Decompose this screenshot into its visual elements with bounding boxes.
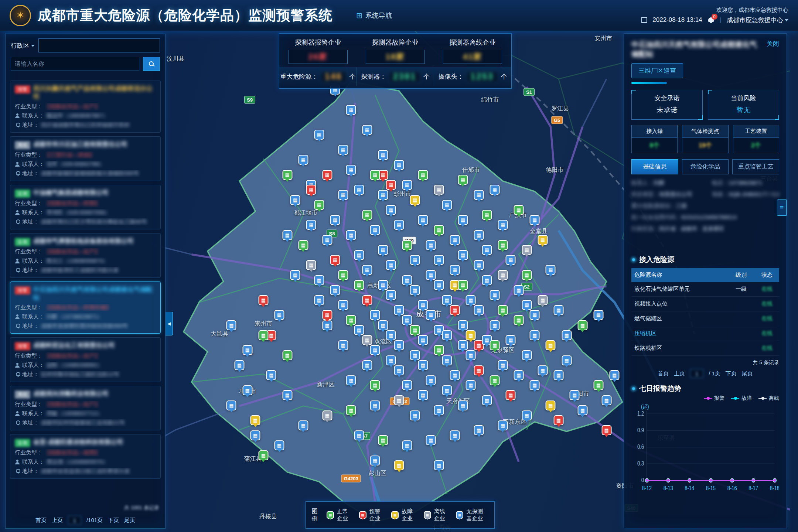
map-marker[interactable] [522, 270, 532, 280]
district-input[interactable] [38, 38, 160, 52]
map-marker[interactable] [378, 435, 388, 445]
map-marker[interactable] [322, 235, 332, 245]
map-marker[interactable] [378, 150, 388, 160]
map-marker[interactable] [330, 255, 340, 265]
map-marker[interactable] [338, 270, 348, 280]
map-marker[interactable] [338, 145, 348, 155]
map-marker[interactable] [410, 255, 420, 265]
map-marker[interactable] [562, 330, 572, 340]
map-marker[interactable] [346, 230, 356, 240]
map-marker[interactable] [410, 325, 420, 335]
map-marker[interactable] [554, 370, 564, 380]
map-marker[interactable] [370, 225, 380, 235]
map-marker[interactable] [442, 330, 452, 340]
map-marker[interactable] [522, 245, 532, 255]
map-marker[interactable] [386, 205, 396, 215]
map-marker[interactable] [418, 390, 428, 400]
map-marker[interactable] [426, 435, 436, 445]
map-marker[interactable] [338, 190, 348, 200]
map-marker[interactable] [554, 305, 564, 315]
map-marker[interactable] [266, 370, 276, 380]
map-marker[interactable] [498, 240, 508, 250]
map-marker[interactable] [290, 270, 300, 280]
page-next[interactable]: 下页 [108, 517, 119, 524]
map-marker[interactable] [434, 185, 444, 195]
map-marker[interactable] [306, 220, 316, 230]
map-marker[interactable] [458, 250, 468, 260]
map-marker[interactable] [506, 390, 516, 400]
map-marker[interactable] [522, 410, 532, 420]
map-marker[interactable] [530, 310, 540, 320]
map-marker[interactable] [418, 170, 428, 180]
map-marker[interactable] [594, 380, 604, 390]
map-marker[interactable] [490, 375, 500, 385]
map-marker[interactable] [442, 200, 452, 210]
map-marker[interactable] [330, 285, 340, 295]
map-marker[interactable] [434, 345, 444, 355]
map-marker[interactable] [362, 265, 372, 275]
map-marker[interactable] [610, 370, 620, 380]
map-marker[interactable] [594, 310, 604, 320]
fullscreen-icon[interactable] [641, 17, 647, 23]
map-marker[interactable] [426, 375, 436, 385]
map-marker[interactable] [282, 390, 292, 400]
map-marker[interactable] [466, 330, 476, 340]
company-card[interactable]: 报警 四川兴鹏天然气产品有限公司成都荷花分公司 行业类型：【危险化学品—生产】 … [10, 81, 161, 133]
table-row[interactable]: 燃气储罐区在线 [631, 311, 779, 326]
page-last[interactable]: 尾页 [124, 517, 135, 524]
map-marker[interactable] [394, 305, 404, 315]
map-marker[interactable] [434, 280, 444, 290]
map-marker[interactable] [562, 355, 572, 365]
map-marker[interactable] [458, 215, 468, 225]
map-marker[interactable] [386, 260, 396, 270]
map-marker[interactable] [274, 310, 284, 320]
map-marker[interactable] [282, 350, 292, 360]
company-card[interactable]: 监测 中油燃气集团成都有限公司 行业类型：【危险化学品—经营】 联系人：李伟民（… [10, 185, 161, 229]
map-marker[interactable] [346, 405, 356, 415]
map-marker[interactable] [402, 275, 412, 285]
map-marker[interactable] [282, 230, 292, 240]
search-button[interactable] [143, 57, 160, 71]
map-marker[interactable] [362, 210, 372, 220]
map-marker[interactable] [394, 220, 404, 230]
map-marker[interactable] [314, 275, 324, 285]
map-marker[interactable] [394, 160, 404, 170]
map-marker[interactable] [410, 285, 420, 295]
district-filter[interactable]: 行政区 [11, 41, 35, 50]
search-input[interactable] [11, 57, 139, 71]
map-marker[interactable] [250, 415, 260, 425]
map-marker[interactable] [386, 290, 396, 300]
page-first[interactable]: 首页 [658, 370, 669, 377]
map-marker[interactable] [370, 310, 380, 320]
map-marker[interactable] [442, 355, 452, 365]
map-marker[interactable] [490, 290, 500, 300]
map-marker[interactable] [354, 280, 364, 290]
map-marker[interactable] [410, 410, 420, 420]
map-marker[interactable] [546, 340, 556, 350]
map-marker[interactable] [235, 360, 245, 370]
map-marker[interactable] [410, 350, 420, 360]
map-marker[interactable] [370, 380, 380, 390]
map-marker[interactable] [577, 320, 587, 330]
map-marker[interactable] [314, 200, 324, 210]
map-marker[interactable] [330, 215, 340, 225]
map-marker[interactable] [474, 365, 484, 375]
map-marker[interactable] [498, 305, 508, 315]
map-marker[interactable] [474, 190, 484, 200]
map-marker[interactable] [370, 400, 380, 410]
map-marker[interactable] [378, 245, 388, 255]
map-marker[interactable] [378, 280, 388, 290]
map-marker[interactable] [362, 125, 372, 135]
map-marker[interactable] [442, 295, 452, 305]
map-marker[interactable] [370, 456, 380, 466]
map-marker[interactable] [514, 205, 524, 215]
map-marker[interactable] [570, 390, 580, 400]
map-marker[interactable] [538, 295, 548, 305]
map-marker[interactable] [346, 105, 356, 115]
map-marker[interactable] [322, 170, 332, 180]
map-marker[interactable] [466, 295, 476, 305]
map-marker[interactable] [554, 415, 564, 425]
map-marker[interactable] [362, 335, 372, 345]
map-marker[interactable] [498, 360, 508, 370]
page-prev[interactable]: 上页 [52, 517, 63, 524]
